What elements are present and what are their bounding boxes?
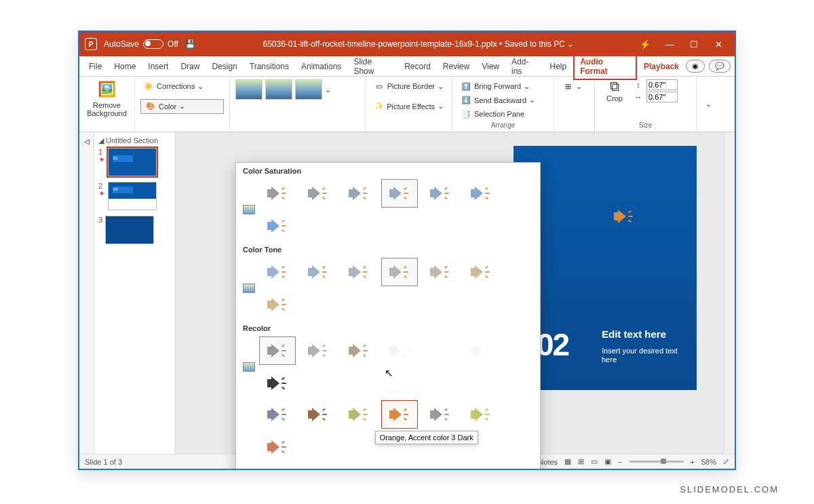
zoom-in-button[interactable]: + xyxy=(691,458,695,466)
autosave-toggle[interactable]: AutoSave Off xyxy=(104,39,178,49)
color-swatch[interactable] xyxy=(259,400,296,429)
zoom-out-button[interactable]: − xyxy=(618,458,622,466)
color-swatch[interactable] xyxy=(341,464,377,470)
picture-effects-button[interactable]: ✨Picture Effects ⌄ xyxy=(371,100,446,113)
tab-audio-format[interactable]: Audio Format xyxy=(573,53,637,80)
picture-border-button[interactable]: ▭Picture Border ⌄ xyxy=(371,79,446,93)
remove-background-button[interactable]: 🖼️ Remove Background xyxy=(85,79,129,119)
picture-style-gallery[interactable]: ⌄ xyxy=(235,79,360,100)
color-swatch[interactable] xyxy=(422,179,459,208)
slide-heading[interactable]: Edit text here xyxy=(602,328,666,340)
color-swatch[interactable] xyxy=(259,433,296,461)
crop-button[interactable]: ⧉ Crop xyxy=(600,79,629,104)
corrections-button[interactable]: ☀️Corrections ⌄ xyxy=(140,79,224,93)
tab-home[interactable]: Home xyxy=(109,59,141,74)
thumbnails-collapse[interactable]: ◁ xyxy=(79,132,94,454)
audio-object-icon[interactable] xyxy=(613,207,636,226)
maximize-button[interactable]: ☐ xyxy=(683,36,705,52)
color-button[interactable]: 🎨Color ⌄ xyxy=(140,99,224,114)
tab-record[interactable]: Record xyxy=(399,59,436,74)
tab-animations[interactable]: Animations xyxy=(296,59,347,74)
tab-view[interactable]: View xyxy=(476,59,505,74)
title-chevron-icon[interactable]: ⌄ xyxy=(567,39,574,49)
zoom-level[interactable]: 58% xyxy=(701,458,716,466)
color-swatch[interactable] xyxy=(300,400,336,429)
color-swatch[interactable] xyxy=(422,400,459,429)
color-swatch[interactable] xyxy=(259,464,296,470)
color-swatch[interactable] xyxy=(463,336,499,365)
color-swatch[interactable] xyxy=(341,336,377,365)
color-swatch[interactable] xyxy=(300,336,336,365)
width-field[interactable] xyxy=(646,92,678,102)
tab-transitions[interactable]: Transitions xyxy=(244,59,294,74)
style-preset[interactable] xyxy=(265,79,292,100)
color-swatch[interactable] xyxy=(300,258,336,286)
animation-star-icon: ★ xyxy=(99,190,104,197)
color-swatch[interactable] xyxy=(463,258,499,286)
close-button[interactable]: ✕ xyxy=(708,36,729,52)
color-swatch[interactable] xyxy=(422,464,459,470)
color-swatch[interactable] xyxy=(300,179,336,208)
width-input[interactable]: ↔ xyxy=(633,92,678,102)
color-label: Color xyxy=(159,102,176,111)
gallery-more-icon[interactable]: ⌄ xyxy=(325,85,331,94)
color-swatch[interactable] xyxy=(341,258,377,286)
color-swatch[interactable] xyxy=(259,179,296,208)
color-swatch[interactable] xyxy=(463,464,499,470)
color-swatch[interactable] xyxy=(463,179,499,208)
normal-view-icon[interactable]: ▦ xyxy=(564,457,571,466)
comment-btn-icon[interactable]: 💬 xyxy=(709,60,731,73)
tab-file[interactable]: File xyxy=(83,59,107,74)
color-swatch[interactable] xyxy=(341,400,377,429)
slideshow-view-icon[interactable]: ▣ xyxy=(604,457,611,466)
tab-design[interactable]: Design xyxy=(206,59,242,74)
tab-draw[interactable]: Draw xyxy=(175,59,205,74)
ribbon-collapse-icon[interactable]: ⌄ xyxy=(705,100,712,109)
send-backward-button[interactable]: ⬇️Send Backward ⌄ xyxy=(458,94,548,107)
color-swatch[interactable] xyxy=(341,179,377,208)
zoom-slider[interactable] xyxy=(629,461,684,463)
slide-thumb-2[interactable]: 2★ 03 xyxy=(98,182,171,210)
section-header[interactable]: ◢ Untitled Section xyxy=(98,136,171,145)
color-swatch[interactable] xyxy=(259,369,296,398)
color-swatch[interactable] xyxy=(300,464,336,470)
color-swatch[interactable] xyxy=(259,212,296,240)
reading-view-icon[interactable]: ▭ xyxy=(591,457,598,466)
slide-thumb-3[interactable]: 3 xyxy=(98,216,171,244)
fit-to-window-icon[interactable]: ⤢ xyxy=(723,457,729,466)
sorter-view-icon[interactable]: ⊞ xyxy=(578,457,584,466)
slide-body[interactable]: Insert your desired text here xyxy=(602,347,683,364)
color-swatch[interactable] xyxy=(259,258,296,286)
tab-addins[interactable]: Add-ins xyxy=(506,54,543,79)
color-swatch[interactable] xyxy=(381,179,418,208)
color-swatch[interactable] xyxy=(422,258,459,286)
height-input[interactable]: ↕ xyxy=(633,79,678,90)
color-swatch[interactable] xyxy=(259,290,296,319)
color-swatch[interactable]: Orange, Accent color 3 Dark xyxy=(381,400,418,429)
style-preset[interactable] xyxy=(295,79,322,100)
tab-playback[interactable]: Playback xyxy=(638,59,684,74)
toggle-icon xyxy=(143,39,163,49)
color-swatch[interactable] xyxy=(381,336,418,365)
tab-insert[interactable]: Insert xyxy=(142,59,174,74)
minimize-button[interactable]: — xyxy=(659,36,680,52)
height-field[interactable] xyxy=(646,79,678,90)
save-icon[interactable]: 💾 xyxy=(185,39,196,50)
color-swatch[interactable] xyxy=(381,258,418,286)
style-preset[interactable] xyxy=(235,79,263,100)
current-slide[interactable]: – 02 Edit text here Insert your desired … xyxy=(513,146,697,390)
color-swatch[interactable] xyxy=(422,336,459,365)
record-btn-icon[interactable]: ◉ xyxy=(686,60,705,73)
bring-forward-button[interactable]: ⬆️Bring Forward ⌄ xyxy=(458,79,548,93)
tab-review[interactable]: Review xyxy=(438,59,475,74)
selection-pane-button[interactable]: 📑Selection Pane xyxy=(458,107,548,121)
color-swatch[interactable] xyxy=(381,464,418,470)
tab-slideshow[interactable]: Slide Show xyxy=(348,54,398,79)
align-button[interactable]: ⊞⌄ xyxy=(560,79,589,93)
vertical-scrollbar[interactable] xyxy=(724,132,735,454)
tab-help[interactable]: Help xyxy=(545,59,573,74)
color-swatch[interactable] xyxy=(463,400,499,429)
plug-icon[interactable]: ⚡ xyxy=(634,36,656,52)
slide-thumb-1[interactable]: 1★ 01 xyxy=(98,148,171,176)
color-swatch[interactable] xyxy=(259,336,296,365)
